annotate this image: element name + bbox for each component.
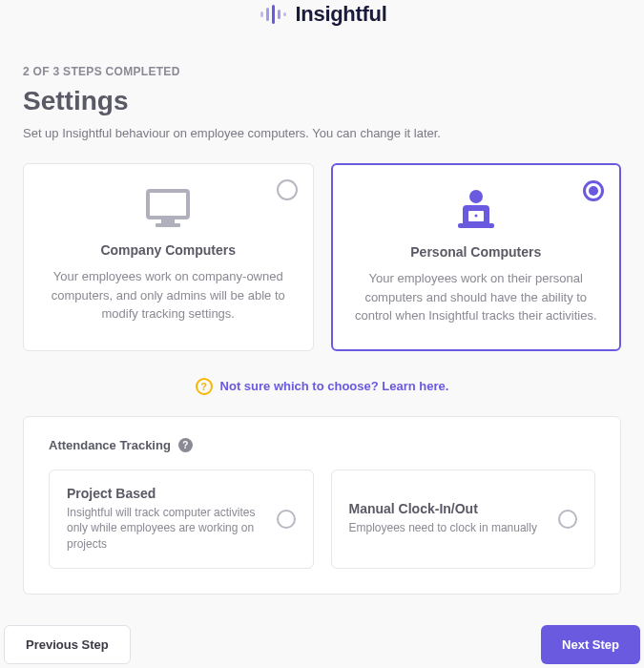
page-title: Settings xyxy=(23,86,621,116)
previous-step-button[interactable]: Previous Step xyxy=(4,625,131,664)
project-based-desc: Insightful will track computer activites… xyxy=(67,505,265,553)
person-laptop-icon xyxy=(353,189,600,231)
info-icon[interactable]: ? xyxy=(178,438,193,452)
manual-clock-desc: Employees need to clock in manually xyxy=(349,520,548,536)
svg-rect-2 xyxy=(272,5,275,24)
company-computers-desc: Your employees work on company-owned com… xyxy=(45,267,292,324)
footer-nav: Previous Step Next Step xyxy=(0,625,644,664)
attendance-tracking-title: Attendance Tracking xyxy=(49,438,171,452)
svg-rect-7 xyxy=(156,223,180,227)
progress-indicator: 2 OF 3 STEPS COMPLETED xyxy=(23,65,621,78)
page-subtitle: Set up Insightful behaviour on employee … xyxy=(23,126,621,140)
svg-rect-5 xyxy=(148,191,188,218)
manual-clock-title: Manual Clock-In/Out xyxy=(349,501,548,516)
svg-rect-1 xyxy=(266,8,269,21)
svg-rect-4 xyxy=(283,12,286,16)
project-based-title: Project Based xyxy=(67,486,265,501)
insightful-logo-icon xyxy=(258,3,288,26)
radio-selected xyxy=(583,180,604,201)
logo-text: Insightful xyxy=(296,2,387,27)
help-text: Not sure which to choose? Learn here. xyxy=(220,379,449,393)
next-step-button[interactable]: Next Step xyxy=(541,625,640,664)
personal-computers-title: Personal Computers xyxy=(353,244,600,260)
svg-point-8 xyxy=(469,190,483,203)
personal-computers-desc: Your employees work on their personal co… xyxy=(353,269,600,325)
monitor-icon xyxy=(45,189,292,229)
radio-unselected xyxy=(277,179,298,200)
radio-unselected xyxy=(277,510,296,529)
svg-rect-6 xyxy=(161,219,175,223)
help-link[interactable]: ? Not sure which to choose? Learn here. xyxy=(23,378,621,395)
computer-type-options: Company Computers Your employees work on… xyxy=(23,163,621,351)
svg-point-10 xyxy=(474,215,477,218)
svg-rect-0 xyxy=(260,11,263,17)
svg-rect-11 xyxy=(458,223,494,228)
company-computers-title: Company Computers xyxy=(45,242,292,258)
question-icon: ? xyxy=(196,378,213,395)
personal-computers-option[interactable]: Personal Computers Your employees work o… xyxy=(331,163,622,351)
svg-rect-3 xyxy=(278,10,280,19)
project-based-option[interactable]: Project Based Insightful will track comp… xyxy=(49,470,314,569)
attendance-tracking-section: Attendance Tracking ? Project Based Insi… xyxy=(23,416,621,595)
manual-clock-option[interactable]: Manual Clock-In/Out Employees need to cl… xyxy=(331,470,596,569)
radio-unselected xyxy=(558,510,577,529)
logo-container: Insightful xyxy=(0,0,644,36)
company-computers-option[interactable]: Company Computers Your employees work on… xyxy=(23,163,314,351)
logo: Insightful xyxy=(258,2,387,27)
